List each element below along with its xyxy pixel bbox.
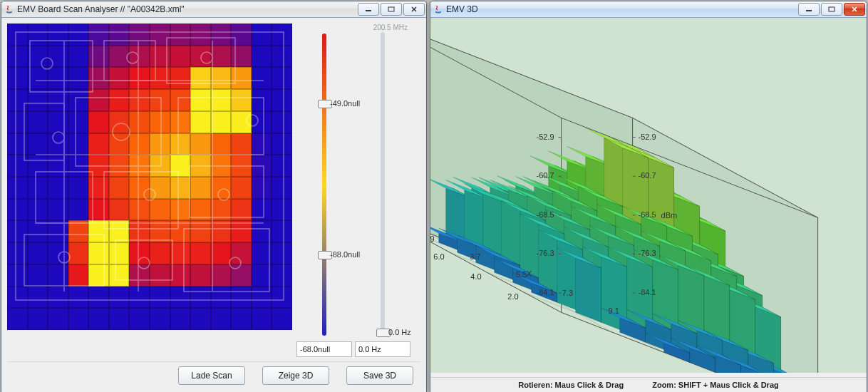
svg-text:9.1: 9.1 bbox=[609, 306, 619, 315]
plot-3d[interactable]: -52.9-60.7-68.5-76.3-84.1-52.9-60.7-68.5… bbox=[430, 18, 867, 373]
freq-top-label: 200.5 MHz bbox=[373, 24, 408, 26]
svg-text:4.0: 4.0 bbox=[470, 272, 481, 281]
svg-text:dBm: dBm bbox=[661, 211, 678, 220]
titlebar[interactable]: EMV 3D bbox=[430, 1, 867, 18]
status-rotate: Rotieren: Maus Click & Drag bbox=[518, 381, 624, 389]
status-bar: Rotieren: Maus Click & Drag Zoom: SHIFT … bbox=[430, 377, 867, 392]
minimize-button[interactable] bbox=[798, 3, 820, 16]
maximize-button[interactable] bbox=[381, 3, 402, 16]
svg-text:-76.3: -76.3 bbox=[537, 249, 554, 257]
svg-text:7.3: 7.3 bbox=[562, 289, 573, 297]
svg-text:-84.1: -84.1 bbox=[537, 288, 554, 296]
freq-thumb[interactable]: 0.0 Hz bbox=[376, 329, 391, 337]
color-upper-label: -49.0null bbox=[330, 99, 360, 108]
show-3d-button[interactable]: Zeige 3D bbox=[262, 366, 329, 385]
window-title: EMV Board Scan Analyser // "A00342B.xml" bbox=[17, 4, 355, 14]
svg-text:-68.5: -68.5 bbox=[639, 210, 656, 219]
freq-bottom-label: 0.0 Hz bbox=[388, 328, 411, 336]
titlebar[interactable]: EMV Board Scan Analyser // "A00342B.xml" bbox=[1, 1, 426, 18]
close-button[interactable] bbox=[844, 3, 865, 16]
load-scan-button[interactable]: Lade Scan bbox=[178, 366, 245, 385]
svg-text:6.0: 6.0 bbox=[433, 252, 444, 261]
svg-text:1.9: 1.9 bbox=[430, 234, 435, 243]
color-lower-label: -88.0null bbox=[330, 250, 360, 259]
java-icon bbox=[4, 4, 14, 14]
svg-text:-60.7: -60.7 bbox=[639, 171, 656, 180]
svg-text:5.5: 5.5 bbox=[516, 270, 527, 279]
close-button[interactable] bbox=[403, 3, 425, 16]
save-3d-button[interactable]: Save 3D bbox=[346, 366, 413, 385]
java-icon bbox=[433, 4, 443, 14]
svg-text:-68.5: -68.5 bbox=[537, 210, 554, 219]
emv-3d-window: EMV 3D -52.9-60.7-68.5-76.3-84.1-52.9-60… bbox=[430, 1, 867, 392]
maximize-button[interactable] bbox=[821, 3, 842, 16]
svg-text:-52.9: -52.9 bbox=[639, 133, 656, 141]
heatmap-2d[interactable] bbox=[7, 24, 292, 330]
svg-text:-60.7: -60.7 bbox=[537, 171, 554, 180]
svg-text:-52.9: -52.9 bbox=[537, 133, 554, 141]
color-range-slider[interactable]: -49.0null -88.0null bbox=[322, 33, 326, 336]
status-zoom: Zoom: SHIFT + Maus Click & Drag bbox=[652, 381, 779, 389]
analyser-window: EMV Board Scan Analyser // "A00342B.xml" bbox=[1, 1, 427, 392]
color-readout: -68.0null bbox=[296, 341, 352, 357]
svg-text:-84.1: -84.1 bbox=[639, 288, 656, 296]
svg-rect-27 bbox=[829, 7, 835, 11]
svg-rect-1 bbox=[388, 7, 394, 11]
svg-text:3.7: 3.7 bbox=[470, 252, 480, 261]
color-upper-thumb[interactable]: -49.0null bbox=[318, 100, 332, 108]
svg-text:X: X bbox=[527, 269, 532, 278]
window-title: EMV 3D bbox=[446, 4, 795, 14]
frequency-slider[interactable]: 0.0 Hz bbox=[381, 32, 385, 336]
color-lower-thumb[interactable]: -88.0null bbox=[318, 251, 332, 259]
svg-marker-298 bbox=[576, 258, 601, 322]
svg-text:-76.3: -76.3 bbox=[639, 249, 656, 257]
freq-readout: 0.0 Hz bbox=[355, 341, 410, 357]
minimize-button[interactable] bbox=[358, 3, 379, 16]
svg-text:2.0: 2.0 bbox=[507, 292, 518, 301]
